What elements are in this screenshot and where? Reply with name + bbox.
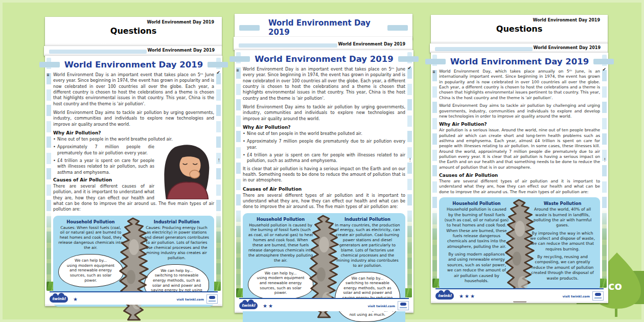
visit-link[interactable]: visit twinkl.com <box>562 294 590 298</box>
back-worksheet-page[interactable]: World Environment Day 2019 World Environ… <box>235 14 412 39</box>
checkmark-icon: ✔ <box>602 67 606 72</box>
page-title: World Environment Day 2019 <box>64 60 203 70</box>
bullet-item: Approximately 7 million people die prema… <box>53 144 214 156</box>
column-text: Causes: When fossil fuels (coal, oil or … <box>58 225 123 250</box>
exclamation-doodle-icon: ! <box>218 158 220 163</box>
worksheet-three-star[interactable]: ✔ ! ≣ World Environment Day 2019 World E… <box>431 53 608 303</box>
border-decoration <box>239 43 337 48</box>
page-footer: twinkl ★★ visit twinkl.com <box>239 298 409 311</box>
page-header: World Environment Day 2019 <box>431 15 608 22</box>
intro-paragraph: World Environment Day aims to tackle air… <box>439 103 600 119</box>
worksheet-one-star[interactable]: ✔ ! ≣ World Environment Day 2019 World E… <box>45 56 222 306</box>
checkmark-icon: ✔ <box>407 65 411 71</box>
section-heading: Causes of Air Pollution <box>439 173 600 178</box>
stacked-page-edge[interactable]: World Environment Day 2019 <box>44 46 222 56</box>
causes-paragraph: There are several different types of air… <box>439 179 600 195</box>
page-title: World Environment Day 2019 <box>255 54 393 64</box>
why-paragraph: Air pollution is a serious issue. Around… <box>439 128 600 170</box>
twinkl-logo-text: twinkl <box>239 302 258 309</box>
twinkl-logo-text: twinkl <box>435 292 454 300</box>
illustrated-border-right <box>407 52 412 297</box>
worksheet-two-star[interactable]: ✔ ! ≣ World Environment Day 2019 World E… <box>235 50 413 313</box>
title-decoration <box>425 59 446 64</box>
column-text: By using modern appliances and using ren… <box>444 252 509 284</box>
why-extra-paragraph: It is clear that air pollution is having… <box>243 166 405 183</box>
causes-paragraph: There are several different types of air… <box>243 193 405 210</box>
title-decoration <box>39 62 60 67</box>
visit-link[interactable]: visit twinkl.com <box>367 304 395 308</box>
questions-page-1[interactable]: World Environment Day 2019 Questions <box>45 17 222 46</box>
leaf-watermark-text: co <box>608 280 622 292</box>
title-decoration <box>593 59 614 64</box>
leaf-stem <box>615 309 617 317</box>
industrial-pollution-column: Industrial Pollution Causes: Producing e… <box>144 219 209 303</box>
bullet-item: Nine out of ten people in the world brea… <box>53 136 214 142</box>
twinkl-quality-badge-icon <box>592 291 604 301</box>
worksheet-content: World Environment Day 2019 World Environ… <box>439 56 600 277</box>
difficulty-stars: ★ <box>73 296 79 302</box>
bubble-intro: We can help by... <box>340 276 395 281</box>
bubble-intro: We can help by... <box>149 268 204 273</box>
border-decoration <box>49 50 147 54</box>
speech-bubble: We can help by... switching to renewable… <box>335 272 400 322</box>
speech-bubble: We can help by... using modern equipment… <box>58 254 123 287</box>
scribble-icon: ≣ <box>47 73 50 77</box>
column-text: By improving the way in which we collect… <box>530 231 595 252</box>
column-heading: Industrial Pollution <box>144 219 209 224</box>
bullet-item: Approximately 7 million people die prema… <box>243 139 405 150</box>
illustrated-border-left <box>432 55 437 288</box>
intro-paragraph: World Environment Day is an important ev… <box>243 66 405 101</box>
twinkl-logo-text: twinkl <box>50 295 68 303</box>
bullet-item: Nine out of ten people in the world brea… <box>243 131 405 136</box>
title-decoration <box>387 25 408 31</box>
exclamation-doodle-icon: ! <box>409 157 411 163</box>
column-heading: Waste Pollution <box>530 201 595 206</box>
twinkl-logo: twinkl <box>239 302 258 309</box>
back-page-title: World Environment Day 2019 <box>268 18 379 37</box>
page-title: World Environment Day 2019 <box>450 57 589 66</box>
section-heading: Why Air Pollution? <box>439 122 600 127</box>
difficulty-stars: ★★★ <box>459 293 476 299</box>
column-heading: Industrial Pollution <box>335 217 400 222</box>
column-text: In many countries, the production of ene… <box>335 223 400 268</box>
section-heading: Causes of Air Pollution <box>243 187 405 192</box>
waste-pollution-column: Waste Pollution Around the world, 40% of… <box>530 201 595 286</box>
column-text: By recycling, reusing and composting, we… <box>530 255 595 281</box>
column-text: Household pollution is caused by the bur… <box>444 207 509 249</box>
column-heading: Household Pollution <box>248 217 313 222</box>
intro-paragraph: World Environment Day aims to tackle air… <box>243 104 405 122</box>
illustrated-border-left <box>236 52 241 297</box>
intro-paragraph: World Environment Day aims to tackle air… <box>53 110 214 127</box>
title-decoration <box>208 62 228 67</box>
questions-title: Questions <box>45 26 222 36</box>
bubble-body: using modern equipment and renewable ene… <box>63 263 118 283</box>
illustrated-border-right <box>602 55 607 288</box>
checkmark-icon: ✔ <box>216 70 220 75</box>
bubble-intro: We can help by... <box>253 271 308 276</box>
visit-link[interactable]: visit twinkl.com <box>176 297 204 301</box>
bubble-intro: We can help by... <box>63 258 118 263</box>
resource-preview: co World Environment Day 2019 Questions … <box>0 0 644 322</box>
stacked-page-edge[interactable]: World Environment Day 2019 <box>430 43 608 53</box>
twinkl-quality-badge-icon <box>398 301 409 310</box>
column-text: Around the world, 40% of all waste is bu… <box>530 207 595 228</box>
worksheet-content: World Environment Day 2019 World Environ… <box>53 59 214 280</box>
page-header: World Environment Day 2019 <box>147 48 215 53</box>
page-header: World Environment Day 2019 <box>533 45 601 50</box>
column-heading: Household Pollution <box>58 219 123 224</box>
exclamation-doodle-icon: ! <box>604 157 606 163</box>
twinkl-logo: twinkl <box>435 292 454 300</box>
column-heading: Household Pollution <box>444 201 509 206</box>
difficulty-stars: ★★ <box>263 303 274 309</box>
bullet-item: £4 trillion a year is spent on care for … <box>243 152 405 164</box>
column-text: Causes: Producing energy (such as electr… <box>144 225 209 261</box>
stacked-page-edge[interactable]: World Environment Day 2019 <box>234 37 412 50</box>
section-heading: Why Air Pollution? <box>243 125 405 130</box>
worksheet-content: World Environment Day 2019 World Environ… <box>243 53 405 286</box>
title-decoration <box>239 25 260 31</box>
page-header: World Environment Day 2019 <box>45 17 222 25</box>
questions-title: Questions <box>431 24 608 34</box>
household-pollution-column: Household Pollution Causes: When fossil … <box>58 219 123 303</box>
page-footer: twinkl ★★★ visit twinkl.com <box>435 288 604 302</box>
questions-page-2[interactable]: World Environment Day 2019 Questions <box>431 15 608 43</box>
